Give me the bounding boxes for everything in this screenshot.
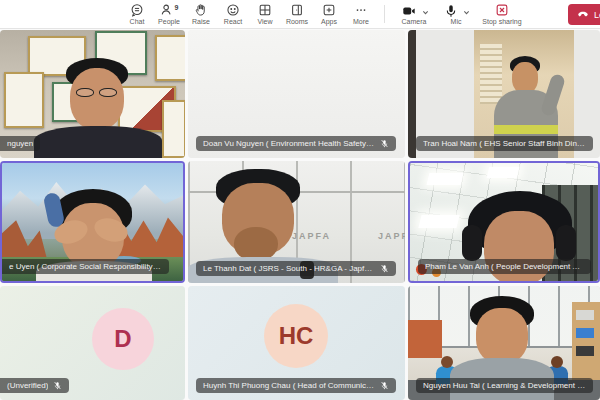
stop-sharing-icon — [495, 3, 509, 17]
view-button[interactable]: View — [249, 0, 281, 28]
stop-sharing-button[interactable]: Stop sharing — [476, 0, 528, 28]
avatar: D — [92, 308, 154, 370]
participant-name-label: Nguyen Huu Tai ( Learning & Development … — [416, 378, 593, 393]
react-button[interactable]: React — [217, 0, 249, 28]
mic-muted-icon — [53, 381, 62, 390]
mic-muted-icon — [380, 264, 389, 273]
video-tile-unverified-d[interactable]: D (Unverified) — [0, 286, 185, 400]
toolbar-divider — [384, 5, 385, 23]
shelf — [572, 302, 600, 388]
participant-name-label: (Unverified) — [0, 378, 69, 393]
participant-name-label: Doan Vu Nguyen ( Environment Health Safe… — [196, 136, 396, 151]
more-icon — [354, 3, 368, 17]
apps-button[interactable]: Apps — [313, 0, 345, 28]
stop-sharing-label: Stop sharing — [482, 18, 521, 25]
coworker-head — [551, 356, 563, 368]
mic-icon — [444, 4, 458, 18]
avatar-initials: D — [114, 325, 131, 353]
participant-name-label: Tran Hoai Nam ( EHS Senior Staff Binh Di… — [416, 136, 593, 151]
japfa-logo: JAPFA — [378, 231, 405, 241]
avatar-initials: HC — [279, 322, 314, 350]
rooms-icon — [290, 3, 304, 17]
participant-name-label: Pham Le Van Anh ( People Development Ass… — [418, 259, 591, 274]
participant-name-label: Le Thanh Dat ( JSRS - South - HR&GA - Ja… — [196, 261, 396, 276]
shelf-item — [576, 346, 594, 356]
ceiling-light — [418, 215, 459, 228]
person-face — [70, 68, 124, 130]
video-tile-huynh-thi-phuong-chau[interactable]: HC Huynh Thi Phuong Chau ( Head of Commu… — [188, 286, 405, 400]
video-tile-tran-hoai-nam[interactable]: Tran Hoai Nam ( EHS Senior Staff Binh Di… — [408, 30, 600, 158]
participant-name-label: e Uyen ( Corporate Social Responsibility… — [2, 259, 169, 274]
rooms-button[interactable]: Rooms — [281, 0, 313, 28]
orange-wall — [408, 320, 442, 358]
art — [162, 100, 185, 158]
avatar: HC — [264, 304, 328, 368]
participant-name-label: Huynh Thi Phuong Chau ( Head of Communic… — [196, 378, 396, 393]
camera-icon — [402, 4, 416, 18]
art — [4, 72, 44, 128]
people-button[interactable]: 9 People — [153, 0, 185, 28]
more-button[interactable]: More — [345, 0, 377, 28]
camera-label: Camera — [402, 18, 427, 25]
video-tile-uyen[interactable]: e Uyen ( Corporate Social Responsibility… — [0, 161, 185, 283]
participant-name-label: nguyen — [0, 136, 40, 151]
shelf-item — [576, 310, 594, 320]
headphone-ear — [556, 225, 576, 261]
art — [408, 30, 416, 158]
japfa-logo: JAPFA — [292, 231, 331, 241]
person-face — [476, 308, 528, 364]
rooms-label: Rooms — [286, 18, 308, 25]
video-tile-le-thanh-dat[interactable]: JAPFA JAPFA Le Thanh Dat ( JSRS - South … — [188, 161, 405, 283]
people-icon — [160, 3, 174, 17]
react-icon — [226, 3, 240, 17]
glasses — [76, 88, 94, 97]
apps-label: Apps — [321, 18, 337, 25]
people-count-badge: 9 — [175, 4, 179, 11]
raise-hand-button[interactable]: Raise — [185, 0, 217, 28]
leave-button[interactable]: Le — [568, 4, 600, 25]
view-icon — [258, 3, 272, 17]
video-tile-pham-le-van-anh[interactable]: Pham Le Van Anh ( People Development Ass… — [408, 161, 600, 283]
meeting-toolbar: Chat 9 People Raise React — [0, 0, 600, 29]
chat-icon — [130, 3, 144, 17]
video-grid: nguyen Doan Vu Nguyen ( Environment Heal… — [0, 29, 600, 400]
raise-hand-icon — [194, 3, 208, 17]
people-label: People — [158, 18, 180, 25]
leave-label: Le — [594, 10, 600, 20]
mic-label: Mic — [451, 18, 462, 25]
video-tile-doan-vu-nguyen[interactable]: Doan Vu Nguyen ( Environment Health Safe… — [188, 30, 405, 158]
chat-label: Chat — [130, 18, 145, 25]
ceiling-light — [487, 167, 520, 178]
art — [155, 35, 185, 81]
coworker-head — [441, 356, 453, 368]
headphone-ear — [462, 225, 482, 261]
hang-up-icon — [577, 8, 589, 22]
person-body — [34, 126, 162, 158]
raise-label: Raise — [192, 18, 210, 25]
react-label: React — [224, 18, 242, 25]
more-label: More — [353, 18, 369, 25]
apps-icon — [322, 3, 336, 17]
mic-muted-icon — [380, 139, 389, 148]
chat-button[interactable]: Chat — [121, 0, 153, 28]
glasses — [99, 88, 117, 97]
blinds — [480, 44, 502, 104]
view-label: View — [257, 18, 272, 25]
mic-muted-icon — [380, 381, 389, 390]
mic-dropdown-chevron[interactable] — [463, 2, 470, 20]
video-tile-nguyen[interactable]: nguyen — [0, 30, 185, 158]
fist — [234, 227, 278, 261]
ceiling-light — [427, 173, 464, 185]
video-tile-nguyen-huu-tai[interactable]: Nguyen Huu Tai ( Learning & Development … — [408, 286, 600, 400]
shelf-item — [576, 328, 594, 338]
